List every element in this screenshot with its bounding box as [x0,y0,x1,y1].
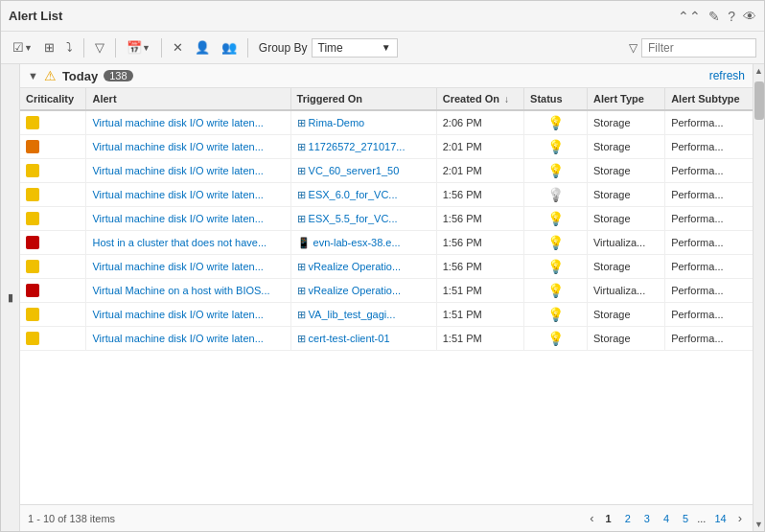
triggered-link[interactable]: vRealize Operatio... [309,285,402,296]
vm-icon: ⊞ [297,261,306,272]
scrollbar-thumb[interactable] [754,81,764,120]
cancel-btn[interactable]: ✕ [169,38,187,57]
page-1-btn[interactable]: 1 [601,512,616,525]
filter-icon: ▽ [95,40,104,55]
pagination-controls: ‹ 1 2 3 4 5 ... 14 › [587,511,745,525]
alert-cell: Virtual machine disk I/O write laten... [86,303,290,327]
alert-link[interactable]: Virtual machine disk I/O write laten... [92,141,263,152]
alert-link[interactable]: Virtual machine disk I/O write laten... [92,261,263,272]
filter-area: ▽ [629,38,756,58]
status-cell: 💡 [524,279,588,303]
export-btn[interactable]: ⤵ [62,38,77,57]
user2-btn[interactable]: 👥 [218,38,241,57]
criticality-cell [20,207,86,231]
page-4-btn[interactable]: 4 [659,512,674,525]
filter-input[interactable] [641,38,756,58]
type-cell: Storage [587,110,664,135]
alert-link[interactable]: Virtual machine disk I/O write laten... [92,213,263,224]
warning-icon: ⚠ [44,68,57,83]
th-type[interactable]: Alert Type [587,88,664,110]
criticality-indicator [26,164,39,177]
collapse-icon[interactable]: ⌃⌃ [678,9,701,24]
th-status[interactable]: Status [524,88,588,110]
prev-page-btn[interactable]: ‹ [587,511,596,525]
ellipsis: ... [697,513,706,524]
group-by-dropdown[interactable]: Time ▼ [312,38,398,58]
triggered-link[interactable]: VC_60_server1_50 [309,165,400,176]
title-bar-icons: ⌃⌃ ✎ ? 👁 [678,9,756,24]
triggered-link[interactable]: vRealize Operatio... [309,261,402,272]
triggered-link[interactable]: VA_lib_test_gagi... [309,309,396,320]
status-bulb-icon: 💡 [547,211,564,226]
triggered-cell: ⊞VC_60_server1_50 [290,159,436,183]
triggered-link[interactable]: Rima-Demo [309,117,365,128]
alert-table: Criticality Alert Triggered On Created O… [20,88,753,351]
th-criticality[interactable]: Criticality [20,88,86,110]
criticality-cell [20,255,86,279]
status-cell: 💡 [524,231,588,255]
criticality-cell [20,327,86,351]
alert-link[interactable]: Virtual machine disk I/O write laten... [92,117,263,128]
view-btn[interactable]: ⊞ [40,38,58,57]
scrollbar-up-btn[interactable]: ▲ [753,64,764,78]
th-created[interactable]: Created On ↓ [436,88,523,110]
alert-link[interactable]: Virtual machine disk I/O write laten... [92,309,263,320]
status-bulb-icon: 💡 [547,163,564,178]
triggered-link[interactable]: 11726572_271017... [309,141,406,152]
select-all-btn[interactable]: ☑ ▼ [9,38,36,57]
refresh-link[interactable]: refresh [709,69,745,82]
settings-icon[interactable]: 👁 [743,9,756,24]
vm-icon: ⊞ [297,117,306,128]
table-wrapper: Criticality Alert Triggered On Created O… [20,88,753,504]
triggered-cell: ⊞Rima-Demo [290,110,436,135]
table-row: Virtual machine disk I/O write laten...⊞… [20,255,753,279]
alert-link[interactable]: Host in a cluster that does not have... [92,237,267,248]
criticality-cell [20,159,86,183]
dropdown-arrow: ▼ [382,42,391,53]
criticality-indicator [26,140,39,153]
status-cell: 💡 [524,207,588,231]
alert-link[interactable]: Virtual machine disk I/O write laten... [92,333,263,344]
edit-icon[interactable]: ✎ [708,9,720,24]
alert-cell: Virtual Machine on a host with BIOS... [86,279,290,303]
user1-btn[interactable]: 👤 [191,38,214,57]
criticality-indicator [26,212,39,225]
status-bulb-icon: 💡 [547,259,564,274]
filter-btn[interactable]: ▽ [91,38,108,57]
page-5-btn[interactable]: 5 [678,512,693,525]
triggered-link[interactable]: cert-test-client-01 [309,333,390,344]
alert-link[interactable]: Virtual Machine on a host with BIOS... [92,285,269,296]
content-area: ▮ ▼ ⚠ Today 138 refresh [1,64,764,531]
scrollbar-down-btn[interactable]: ▼ [753,518,764,531]
user-icon: 👤 [195,40,210,55]
type-cell: Virtualiza... [587,231,664,255]
page-3-btn[interactable]: 3 [639,512,655,525]
next-page-btn[interactable]: › [735,511,745,525]
host-icon: 📱 [297,237,311,248]
footer: 1 - 10 of 138 items ‹ 1 2 3 4 5 ... 14 › [20,504,753,531]
page-2-btn[interactable]: 2 [620,512,636,525]
triggered-link[interactable]: evn-lab-esx-38.e... [313,237,401,248]
triggered-link[interactable]: ESX_6.0_for_VC... [309,189,398,200]
criticality-indicator [26,236,39,249]
th-triggered[interactable]: Triggered On [290,88,436,110]
alert-link[interactable]: Virtual machine disk I/O write laten... [92,189,263,200]
alert-cell: Virtual machine disk I/O write laten... [86,255,290,279]
table-header-row: Criticality Alert Triggered On Created O… [20,88,753,110]
criticality-indicator [26,188,39,201]
alert-link[interactable]: Virtual machine disk I/O write laten... [92,165,263,176]
sep1 [83,38,84,58]
help-icon[interactable]: ? [728,9,735,24]
status-cell: 💡 [524,110,588,135]
type-cell: Storage [587,303,664,327]
subtype-cell: Performa... [665,255,753,279]
vm-icon: ⊞ [297,141,306,152]
group-chevron-icon[interactable]: ▼ [28,70,38,81]
triggered-link[interactable]: ESX_5.5_for_VC... [309,213,398,224]
criticality-cell [20,279,86,303]
page-14-btn[interactable]: 14 [709,512,730,525]
sidebar-toggle[interactable]: ▮ [1,64,20,531]
th-subtype[interactable]: Alert Subtype [665,88,753,110]
th-alert[interactable]: Alert [86,88,290,110]
date-btn[interactable]: 📅 ▼ [123,38,154,57]
